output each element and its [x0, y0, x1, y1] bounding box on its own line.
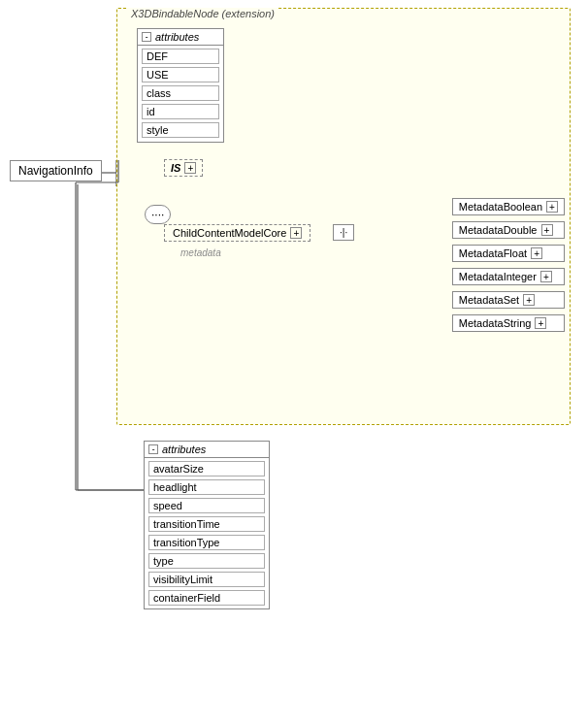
metadata-boolean-item: MetadataBoolean +	[452, 198, 565, 215]
collapse-icon-top[interactable]: -	[142, 32, 151, 42]
x3d-bindable-label: X3DBindableNode (extension)	[127, 8, 278, 19]
attr-speed: speed	[148, 498, 265, 513]
is-box: IS +	[164, 159, 203, 177]
metadata-double-item: MetadataDouble +	[452, 221, 565, 239]
child-content-sublabel: metadata	[180, 247, 221, 258]
attr-containerfield: containerField	[148, 590, 265, 606]
attributes-box-top: - attributes DEF USE class id style	[137, 28, 224, 143]
child-content-box: ChildContentModelCore +	[164, 224, 310, 242]
attributes-label-top: attributes	[155, 31, 199, 43]
attr-type: type	[148, 553, 265, 569]
attributes-box-bottom: - attributes avatarSize headlight speed …	[144, 441, 270, 609]
metadata-set-label: MetadataSet	[459, 294, 519, 306]
attr-visibilitylimit: visibilityLimit	[148, 572, 265, 587]
metadata-double-expand[interactable]: +	[541, 224, 553, 236]
metadata-float-label: MetadataFloat	[459, 247, 527, 259]
attr-transitiontime: transitionTime	[148, 516, 265, 532]
diagram-container: X3DBindableNode (extension) - attributes…	[0, 0, 588, 723]
attributes-header-top: - attributes	[138, 29, 223, 46]
metadata-group: MetadataBoolean + MetadataDouble + Metad…	[452, 198, 565, 332]
navigation-info-box: NavigationInfo	[10, 160, 102, 181]
metadata-boolean-expand[interactable]: +	[546, 201, 558, 213]
attributes-header-bottom: - attributes	[145, 442, 269, 458]
attr-id: id	[142, 104, 219, 119]
metadata-set-expand[interactable]: +	[523, 294, 535, 306]
ellipsis-box: ····	[145, 205, 171, 224]
metadata-float-item: MetadataFloat +	[452, 245, 565, 262]
ellipsis-label: ····	[151, 208, 164, 221]
attr-headlight: headlight	[148, 479, 265, 495]
x3d-bindable-box: X3DBindableNode (extension) - attributes…	[116, 8, 571, 425]
child-content-label: ChildContentModelCore	[173, 227, 286, 239]
metadata-set-item: MetadataSet +	[452, 291, 565, 309]
metadata-string-item: MetadataString +	[452, 314, 565, 332]
attr-style: style	[142, 122, 219, 138]
child-content-expand-icon[interactable]: +	[290, 227, 302, 239]
is-expand-icon[interactable]: +	[184, 162, 196, 174]
is-label: IS	[171, 162, 180, 174]
collapse-icon-bottom[interactable]: -	[148, 444, 158, 454]
seq-box: ·|·	[333, 224, 354, 241]
metadata-boolean-label: MetadataBoolean	[459, 201, 542, 213]
attr-avatarsize: avatarSize	[148, 461, 265, 477]
metadata-integer-item: MetadataInteger +	[452, 268, 565, 285]
metadata-string-label: MetadataString	[459, 317, 532, 329]
attr-class: class	[142, 85, 219, 101]
attributes-label-bottom: attributes	[162, 444, 206, 455]
attr-transitiontype: transitionType	[148, 535, 265, 550]
navigation-info-label: NavigationInfo	[18, 164, 93, 178]
metadata-float-expand[interactable]: +	[531, 247, 542, 259]
seq-label: ·|·	[340, 227, 347, 238]
attr-def: DEF	[142, 49, 219, 64]
metadata-string-expand[interactable]: +	[535, 317, 546, 329]
attr-use: USE	[142, 67, 219, 82]
metadata-integer-expand[interactable]: +	[540, 271, 552, 282]
metadata-double-label: MetadataDouble	[459, 224, 538, 236]
metadata-integer-label: MetadataInteger	[459, 271, 537, 282]
